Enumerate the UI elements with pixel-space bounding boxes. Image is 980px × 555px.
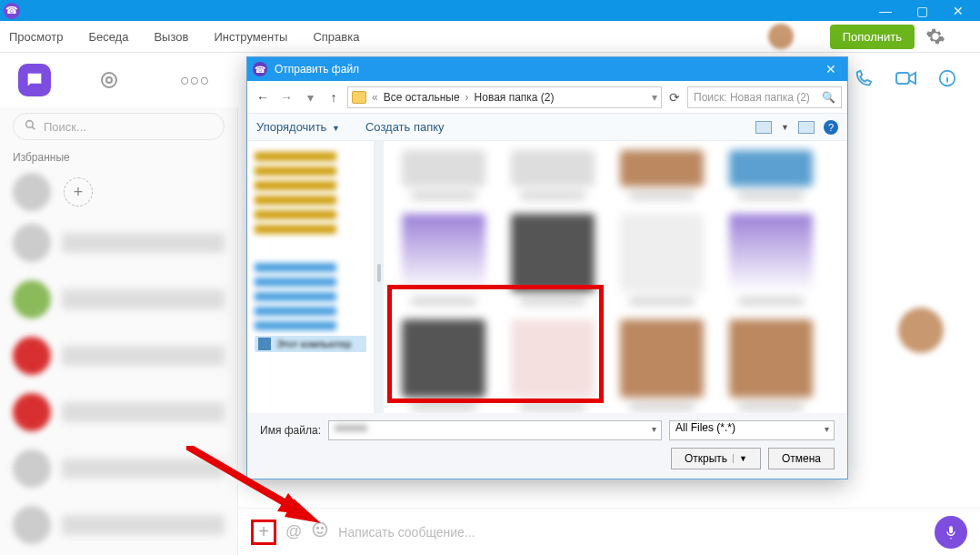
- minimize-button[interactable]: —: [867, 4, 904, 18]
- folder-tree[interactable]: Этот компьютер: [247, 141, 375, 413]
- file-dialog: ☎ Отправить файл ✕ ← → ▾ ↑ « Все остальн…: [246, 56, 848, 479]
- dialog-app-icon: ☎: [253, 62, 267, 76]
- tab-public[interactable]: [93, 64, 125, 96]
- svg-point-8: [322, 528, 324, 530]
- close-button[interactable]: ✕: [940, 4, 976, 18]
- sidebar: Поиск... Избранные +: [0, 107, 238, 555]
- search-input[interactable]: Поиск...: [13, 113, 225, 140]
- video-icon[interactable]: [895, 68, 916, 93]
- gear-icon[interactable]: [925, 26, 945, 46]
- search-placeholder: Поиск...: [44, 120, 86, 134]
- menu-tools[interactable]: Инструменты: [214, 30, 287, 44]
- nav-up-button[interactable]: ↑: [324, 90, 344, 105]
- refresh-button[interactable]: ⟳: [669, 90, 680, 105]
- message-composer: + @ Написать сообщение...: [238, 508, 980, 555]
- dialog-close-button[interactable]: ✕: [820, 62, 842, 76]
- svg-point-5: [26, 121, 34, 128]
- filename-input[interactable]: xxxxxx: [328, 420, 662, 440]
- chat-item[interactable]: [0, 384, 237, 440]
- filetype-select[interactable]: All Files (*.*): [669, 420, 835, 440]
- crumb-item[interactable]: Новая папка (2): [475, 91, 555, 104]
- dialog-titlebar: ☎ Отправить файл ✕: [247, 57, 847, 81]
- message-input[interactable]: Написать сообщение...: [338, 525, 925, 540]
- svg-point-1: [106, 77, 112, 83]
- tree-selected-item[interactable]: Этот компьютер: [255, 336, 366, 352]
- favorite-avatar[interactable]: [13, 173, 51, 211]
- breadcrumb[interactable]: « Все остальные › Новая папка (2) ▾: [347, 86, 662, 108]
- info-icon[interactable]: [936, 68, 958, 93]
- view-mode-button[interactable]: [755, 121, 772, 134]
- new-folder-button[interactable]: Создать папку: [365, 120, 445, 134]
- organize-button[interactable]: Упорядочить ▼: [256, 120, 340, 134]
- svg-rect-3: [896, 73, 909, 84]
- chat-item[interactable]: [0, 215, 237, 271]
- filename-label: Имя файла:: [260, 424, 321, 437]
- chat-item[interactable]: [0, 440, 237, 497]
- chat-item[interactable]: [0, 328, 237, 384]
- file-grid[interactable]: [384, 141, 847, 413]
- dialog-search-input[interactable]: Поиск: Новая папка (2) 🔍: [687, 86, 842, 108]
- nav-forward-button[interactable]: →: [276, 90, 296, 105]
- maximize-button[interactable]: ▢: [904, 4, 940, 18]
- dialog-toolbar: Упорядочить ▼ Создать папку ▼ ?: [247, 114, 847, 141]
- svg-point-7: [317, 528, 319, 530]
- contact-avatar: [898, 308, 944, 353]
- tab-chats[interactable]: [18, 64, 51, 96]
- menu-help[interactable]: Справка: [313, 30, 359, 44]
- menu-view[interactable]: Просмотр: [9, 30, 63, 44]
- phone-icon[interactable]: [853, 68, 875, 93]
- crumb-item[interactable]: Все остальные: [384, 91, 460, 104]
- help-button[interactable]: ?: [824, 120, 838, 135]
- splitter[interactable]: [375, 141, 384, 413]
- open-button[interactable]: Открыть▼: [671, 448, 761, 469]
- mention-icon[interactable]: @: [285, 522, 302, 541]
- preview-pane-button[interactable]: [798, 121, 815, 134]
- window-titlebar: ☎ — ▢ ✕: [0, 0, 980, 21]
- menubar: Просмотр Беседа Вызов Инструменты Справк…: [0, 21, 980, 53]
- svg-rect-0: [102, 73, 116, 87]
- dialog-search-placeholder: Поиск: Новая папка (2): [694, 91, 810, 104]
- svg-point-6: [314, 523, 327, 537]
- menu-call[interactable]: Вызов: [154, 30, 188, 44]
- menu-chat[interactable]: Беседа: [88, 30, 128, 44]
- add-favorite-button[interactable]: +: [64, 177, 93, 207]
- folder-icon: [352, 91, 366, 104]
- dialog-title: Отправить файл: [275, 63, 359, 76]
- cancel-button[interactable]: Отмена: [768, 448, 835, 469]
- topup-button[interactable]: Пополнить: [830, 25, 915, 49]
- dialog-nav: ← → ▾ ↑ « Все остальные › Новая папка (2…: [247, 81, 847, 114]
- profile-avatar[interactable]: [768, 24, 794, 49]
- chat-item[interactable]: [0, 497, 237, 553]
- sticker-icon[interactable]: [311, 520, 329, 543]
- chat-list: [0, 215, 237, 555]
- search-icon: [25, 119, 36, 134]
- nav-back-button[interactable]: ←: [253, 90, 273, 105]
- app-icon: ☎: [4, 3, 20, 19]
- dialog-footer: Имя файла: xxxxxx All Files (*.*) Открыт…: [247, 413, 847, 479]
- mic-button[interactable]: [935, 516, 967, 549]
- nav-history-button[interactable]: ▾: [300, 90, 320, 105]
- attach-button[interactable]: +: [251, 520, 276, 545]
- chat-item[interactable]: [0, 271, 237, 328]
- favorites-label: Избранные: [0, 146, 237, 169]
- search-icon: 🔍: [822, 91, 835, 104]
- tab-more[interactable]: ○○○: [180, 71, 210, 90]
